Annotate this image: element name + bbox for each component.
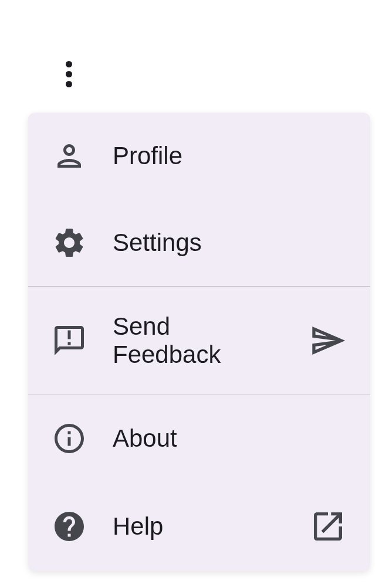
feedback-icon <box>52 323 87 358</box>
help-icon <box>52 509 87 544</box>
menu-item-about[interactable]: About <box>28 395 370 482</box>
send-icon <box>309 322 347 359</box>
more-vert-icon <box>66 61 72 87</box>
menu-item-label: Send Feedback <box>113 312 283 369</box>
menu-item-profile[interactable]: Profile <box>28 113 370 199</box>
menu-item-help[interactable]: Help <box>28 482 370 571</box>
menu-item-label: Profile <box>113 142 347 170</box>
settings-icon <box>52 225 87 260</box>
menu-item-settings[interactable]: Settings <box>28 199 370 286</box>
menu: Profile Settings Send Feedback About Hel… <box>28 113 370 571</box>
open-in-new-icon <box>309 508 347 545</box>
info-icon <box>52 421 87 456</box>
more-button[interactable] <box>61 56 77 92</box>
menu-item-label: Help <box>113 512 283 541</box>
menu-item-send-feedback[interactable]: Send Feedback <box>28 287 370 395</box>
menu-item-label: Settings <box>113 229 347 257</box>
menu-item-label: About <box>113 424 347 453</box>
person-icon <box>52 138 87 174</box>
